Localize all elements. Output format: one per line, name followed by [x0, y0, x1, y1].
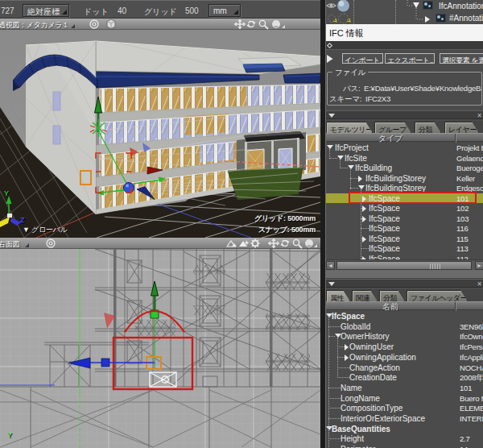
column-divider[interactable] [455, 134, 456, 143]
tree-row[interactable]: IfcSpace101 [326, 193, 483, 204]
right-view-titlebar[interactable]: 右面図 [0, 238, 320, 249]
shaded-view-icon[interactable] [272, 20, 285, 28]
tree-guide-line [328, 317, 329, 448]
import-button[interactable]: インポート.. [342, 53, 383, 64]
tree-row[interactable]: BaseQuantities [326, 424, 483, 434]
column-divider[interactable] [455, 302, 456, 311]
model-tree-tab-1[interactable]: グループ [374, 122, 411, 133]
tree-row[interactable]: IfcSpace113 [326, 243, 483, 254]
unit-dropdown[interactable]: mm [208, 4, 241, 17]
browser-item-label[interactable]: #Annotatio [449, 14, 483, 23]
tree-row[interactable]: OwningApplicationIfcApplic [326, 352, 483, 363]
pan-icon[interactable] [269, 239, 279, 248]
view-menu-corner-icon[interactable] [71, 24, 75, 28]
dot-value[interactable]: 40 [118, 6, 126, 15]
target-icon[interactable] [90, 20, 98, 28]
tree-connector-line [328, 388, 341, 388]
tree-row[interactable]: InteriorOrExteriorSpaceINTERN [326, 413, 483, 424]
tree-item-label: GlobalId [341, 322, 370, 331]
zoom-icon[interactable] [259, 20, 268, 29]
wireframe-view-icon[interactable] [227, 241, 237, 247]
tree-row[interactable]: LongNameBuero M [326, 393, 483, 404]
export-button[interactable]: エクスポート.. [385, 53, 435, 64]
grid-value[interactable]: 500 [185, 6, 199, 15]
collapse-arrow-icon[interactable] [348, 165, 354, 169]
zoom-icon[interactable] [293, 239, 302, 248]
rotate-icon[interactable] [247, 21, 256, 27]
attributes-tab-0[interactable]: 属性 [326, 290, 350, 301]
collapse-arrow-icon[interactable] [358, 185, 365, 189]
perspective-viewport[interactable]: Y Z ▼ グローバル グリッド: 5000mm スナップ: 500mm [0, 30, 320, 238]
tree-row[interactable]: CreationDate2008年7 [326, 372, 483, 383]
pan-icon[interactable] [235, 20, 246, 29]
tree-row[interactable]: IfcSpace116 [326, 223, 483, 234]
tree-row[interactable]: CompositionTypeELEMEN [326, 403, 483, 413]
tree-row[interactable]: OwningUserIfcPerso [326, 342, 483, 352]
view-menu-corner-icon[interactable] [25, 243, 29, 247]
shaded-view-icon[interactable] [305, 239, 317, 247]
texture-view-icon[interactable] [239, 240, 250, 247]
expand-arrow-icon[interactable] [362, 236, 366, 243]
coordinate-mode-dropdown[interactable]: 絶対座標 [23, 4, 69, 17]
rotate-icon[interactable] [281, 240, 290, 247]
tree-guide-line [337, 338, 338, 378]
model-tree-tab-0[interactable]: モデルツリー [326, 122, 373, 133]
tree-row[interactable]: IfcSpace [326, 311, 483, 321]
browser-item-label[interactable]: IfcAnnotation [439, 2, 483, 10]
tree-row[interactable]: Perimeter14 [326, 444, 483, 448]
tree-row[interactable]: Name101 [326, 383, 483, 393]
expand-triangle[interactable] [413, 2, 419, 8]
tree-row[interactable]: IfcProjectProjekt B [326, 143, 483, 153]
wireframe-scene [0, 249, 320, 448]
tree-connector-line [350, 188, 358, 189]
tree-row[interactable]: IfcSpace102 [326, 203, 483, 214]
attributes-tab-1[interactable]: 関連 [352, 290, 378, 301]
truss-band [266, 273, 310, 289]
expand-arrow-icon[interactable] [345, 355, 349, 361]
gear-icon[interactable] [251, 239, 260, 248]
tree-row[interactable]: IfcSiteGelaende [326, 153, 483, 164]
dropdown-arrow-icon [233, 10, 238, 15]
horizontal-scrollbar[interactable]: ◄ ► [326, 259, 483, 270]
expand-arrow-icon[interactable] [362, 196, 366, 202]
section-expand-icon[interactable] [326, 54, 334, 64]
tree-row[interactable]: GlobalId3EN96kc [326, 321, 483, 332]
attributes-tab-3[interactable]: ファイルヘッダー [407, 290, 468, 301]
cube-icon[interactable] [107, 19, 115, 29]
collapse-arrow-icon[interactable] [327, 145, 333, 149]
tree-row[interactable]: Height2.7 [326, 433, 483, 444]
tree-row[interactable]: IfcSpace115 [326, 234, 483, 244]
model-tree-tab-3[interactable]: レイヤー [444, 122, 479, 133]
tree-connector-line [337, 367, 349, 368]
tree-item-value: 14 [460, 445, 483, 448]
right-view-viewport[interactable]: Y [0, 249, 320, 448]
path-value: E:¥Data¥User¥Shade¥KnowledgeBa [364, 84, 481, 93]
collapse-arrow-icon[interactable] [337, 156, 344, 160]
expand-arrow-icon[interactable] [362, 216, 366, 222]
ifc-window-title[interactable]: IFC 情報 [326, 24, 483, 41]
collapse-triangle[interactable] [425, 16, 430, 23]
tree-row[interactable]: IfcSpace103 [326, 214, 483, 224]
attributes-tab-2[interactable]: 分類 [379, 290, 405, 301]
model-tree-tab-2[interactable]: 分類 [415, 122, 441, 133]
expand-arrow-icon[interactable] [362, 205, 366, 212]
tree-row[interactable]: IfcSpace112 [326, 254, 483, 260]
expand-arrow-icon[interactable] [358, 176, 362, 182]
attr-collapse-bar[interactable]: ✕ [326, 279, 483, 288]
tree-collapse-bar[interactable]: ✕ [326, 110, 483, 119]
target-icon[interactable] [45, 238, 58, 249]
scroll-right-button[interactable]: ► [475, 261, 483, 270]
close-icon[interactable]: ✕ [477, 112, 482, 119]
panel-handle-bar[interactable] [326, 41, 483, 50]
scrollbar-thumb[interactable] [336, 261, 472, 270]
tree-row[interactable]: OwnerHistoryIfcOwner [326, 331, 483, 342]
global-coord-label[interactable]: ▼ グローバル [23, 225, 68, 235]
select-elements-button[interactable]: 選択要素 を選択 [440, 53, 483, 64]
model-tree-tabs: モデルツリーグループ分類レイヤー [326, 121, 483, 133]
scroll-left-button[interactable]: ◄ [326, 261, 335, 270]
perspective-view-titlebar[interactable]: 透視図：メタカメラ１ [0, 19, 320, 30]
tree-row[interactable]: ChangeActionNOCHAN [326, 363, 483, 373]
close-icon[interactable]: ✕ [477, 280, 482, 288]
expand-arrow-icon[interactable] [345, 344, 349, 351]
splitter-strip[interactable] [326, 270, 483, 279]
